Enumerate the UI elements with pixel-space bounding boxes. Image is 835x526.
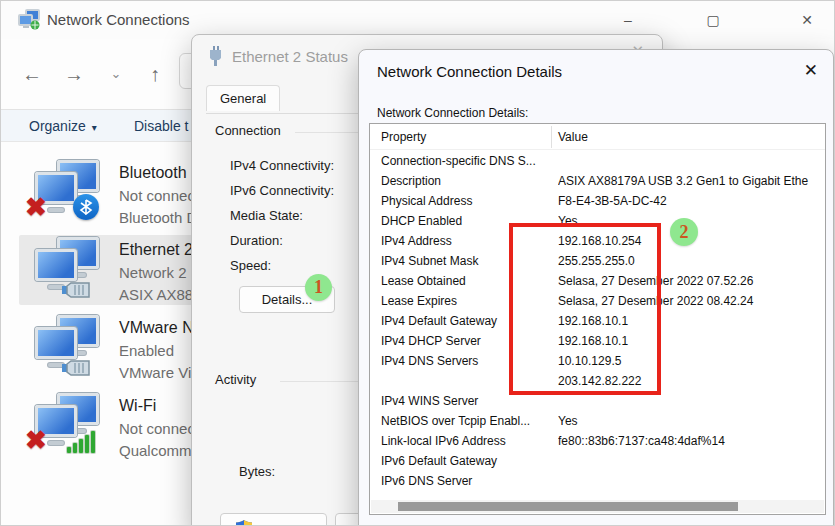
details-list-label: Network Connection Details: — [377, 106, 528, 120]
value-cell: Yes — [558, 414, 824, 428]
connection-label-4: Speed: — [230, 258, 271, 273]
ethernet-plug-icon — [208, 46, 223, 66]
horizontal-scrollbar[interactable] — [371, 500, 824, 513]
connection-label-1: IPv6 Connectivity: — [230, 183, 334, 198]
value-cell: F8-E4-3B-5A-DC-42 — [558, 194, 824, 208]
value-cell: ASIX AX88179A USB 3.2 Gen1 to Gigabit Et… — [558, 174, 824, 188]
step-1-badge: 1 — [305, 274, 332, 301]
close-icon[interactable]: ✕ — [790, 7, 824, 33]
scrollbar-thumb[interactable] — [398, 502, 738, 511]
disconnected-x-icon: ✖ — [25, 194, 47, 220]
table-row[interactable]: IPv6 Default Gateway — [370, 451, 825, 471]
network-adapter-icon — [27, 313, 105, 381]
property-cell: IPv4 WINS Server — [381, 394, 549, 408]
network-connections-window: Network Connections – ▢ ✕ ← → ⌄ ↑ Organi… — [0, 0, 835, 526]
column-divider[interactable] — [551, 126, 552, 148]
property-cell: IPv6 Default Gateway — [381, 454, 549, 468]
adapter-name: Wi-Fi — [119, 397, 156, 415]
highlight-rectangle-annotation — [509, 223, 661, 395]
adapter-status: Enabled — [119, 342, 174, 359]
listview-header[interactable]: Property Value — [370, 124, 825, 150]
uac-shield-icon — [236, 520, 252, 526]
property-cell: Link-local IPv6 Address — [381, 434, 549, 448]
maximize-icon[interactable]: ▢ — [696, 7, 730, 33]
bluetooth-icon — [73, 194, 99, 220]
property-cell: Connection-specific DNS S... — [381, 154, 549, 168]
organize-caret-icon: ▾ — [92, 122, 97, 133]
adapter-status: Network 2 — [119, 264, 187, 281]
step-2-badge: 2 — [670, 218, 698, 246]
properties-button[interactable] — [220, 513, 327, 526]
column-property[interactable]: Property — [381, 130, 426, 144]
network-adapter-icon — [27, 235, 105, 303]
network-connections-app-icon — [17, 9, 41, 31]
property-cell: IPv6 DNS Server — [381, 474, 549, 488]
connection-group-label: Connection — [215, 123, 281, 138]
bytes-label: Bytes: — [239, 464, 275, 479]
value-cell: fe80::83b6:7137:ca48:4daf%14 — [558, 434, 824, 448]
adapter-name: Ethernet 2 — [119, 241, 193, 259]
connection-label-2: Media State: — [230, 208, 303, 223]
minimize-icon[interactable]: – — [611, 7, 645, 33]
table-row[interactable]: Physical AddressF8-E4-3B-5A-DC-42 — [370, 191, 825, 211]
back-icon[interactable]: ← — [17, 59, 47, 89]
details-dialog-close-icon[interactable]: ✕ — [804, 60, 818, 81]
activity-group-label: Activity — [215, 372, 256, 387]
recent-locations-chevron-icon[interactable]: ⌄ — [101, 59, 131, 89]
network-adapter-icon: ✖ — [27, 391, 105, 459]
status-dialog-title: Ethernet 2 Status — [232, 48, 348, 65]
details-dialog-title: Network Connection Details — [377, 63, 562, 80]
forward-icon[interactable]: → — [59, 59, 89, 89]
table-row[interactable]: IPv6 DNS Server — [370, 471, 825, 491]
window-title: Network Connections — [47, 11, 190, 28]
organize-button[interactable]: Organize▾ — [29, 110, 97, 143]
ethernet-connector-icon — [61, 279, 95, 305]
connection-label-0: IPv4 Connectivity: — [230, 158, 334, 173]
disconnected-x-icon: ✖ — [25, 427, 47, 453]
table-row[interactable]: Connection-specific DNS S... — [370, 151, 825, 171]
ethernet-connector-icon — [61, 357, 95, 383]
property-cell: Physical Address — [381, 194, 549, 208]
table-row[interactable]: DescriptionASIX AX88179A USB 3.2 Gen1 to… — [370, 171, 825, 191]
network-adapter-icon: ✖ — [27, 158, 105, 226]
property-cell: Description — [381, 174, 549, 188]
table-row[interactable]: Link-local IPv6 Addressfe80::83b6:7137:c… — [370, 431, 825, 451]
up-icon[interactable]: ↑ — [140, 59, 170, 89]
table-row[interactable]: NetBIOS over Tcpip Enabl...Yes — [370, 411, 825, 431]
column-value[interactable]: Value — [558, 130, 588, 144]
property-cell: NetBIOS over Tcpip Enabl... — [381, 414, 549, 428]
wifi-signal-icon — [67, 431, 95, 453]
connection-label-3: Duration: — [230, 233, 283, 248]
disable-device-button[interactable]: Disable t — [134, 110, 188, 143]
tab-general[interactable]: General — [206, 85, 280, 111]
